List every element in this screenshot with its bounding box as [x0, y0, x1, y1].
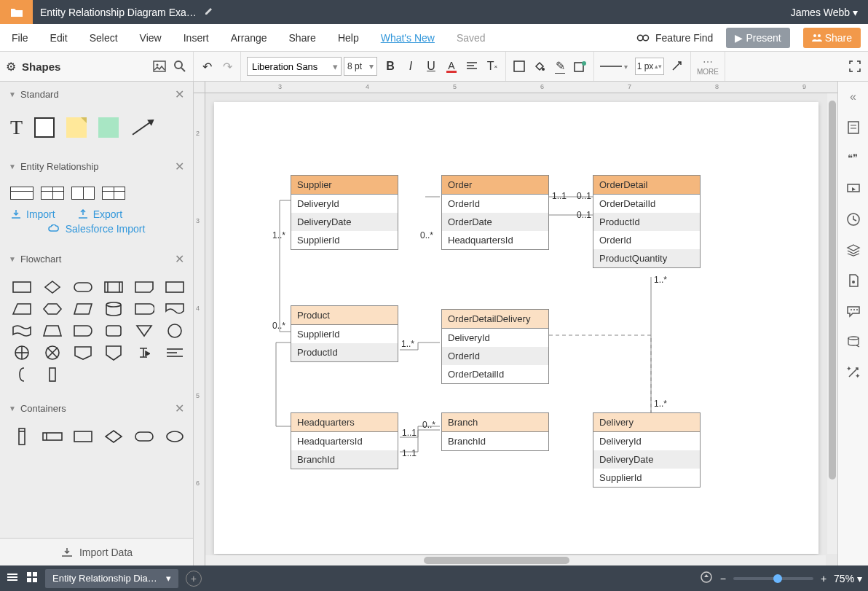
fc-shape[interactable]: [102, 323, 125, 339]
container-shape[interactable]: [102, 428, 125, 445]
text-shape[interactable]: T: [10, 116, 23, 139]
rename-icon[interactable]: [204, 6, 214, 18]
fill-icon[interactable]: [532, 59, 547, 74]
salesforce-import-link[interactable]: Salesforce Import: [48, 223, 146, 235]
user-menu[interactable]: James Webb ▾: [781, 7, 868, 18]
more-button[interactable]: ⋯MORE: [697, 57, 719, 76]
scrollbar-horizontal[interactable]: [205, 555, 826, 565]
entity-branch[interactable]: Branch BranchId: [441, 412, 549, 451]
bold-icon[interactable]: B: [383, 59, 398, 74]
history-icon[interactable]: [845, 211, 861, 227]
fill-shape[interactable]: [98, 117, 119, 138]
list-view-icon[interactable]: [6, 572, 19, 584]
share-button[interactable]: Share: [803, 28, 861, 48]
category-standard[interactable]: ▼Standard✕: [0, 82, 193, 107]
clear-format-icon[interactable]: T×: [485, 59, 500, 74]
notes-icon[interactable]: [845, 120, 861, 136]
menu-edit[interactable]: Edit: [46, 29, 72, 47]
line-style-icon[interactable]: ▾: [600, 59, 629, 74]
menu-help[interactable]: Help: [334, 29, 363, 47]
align-icon[interactable]: [465, 59, 479, 74]
container-shape[interactable]: [163, 428, 186, 445]
category-flowchart[interactable]: ▼Flowchart✕: [0, 246, 193, 272]
fc-shape[interactable]: [133, 301, 156, 317]
er-shape-4[interactable]: [102, 187, 125, 200]
folder-icon[interactable]: [0, 0, 33, 24]
menu-file[interactable]: File: [7, 29, 33, 47]
line-width[interactable]: 1 px▴▾: [635, 58, 664, 75]
menu-whatsnew[interactable]: What's New: [376, 29, 439, 47]
autosave-icon[interactable]: [700, 571, 713, 586]
export-link[interactable]: Export: [77, 208, 122, 220]
container-shape[interactable]: [71, 428, 95, 445]
scrollbar-vertical[interactable]: [827, 93, 837, 554]
fc-shape[interactable]: [71, 345, 95, 361]
category-containers[interactable]: ▼Containers✕: [0, 396, 193, 421]
undo-icon[interactable]: ↶: [200, 59, 214, 74]
fc-shape[interactable]: [133, 323, 156, 339]
fc-shape[interactable]: [102, 345, 125, 361]
document-title[interactable]: Entity Relationship Diagram Exa…: [33, 7, 204, 18]
menu-arrange[interactable]: Arrange: [226, 29, 272, 47]
fc-shape[interactable]: [10, 345, 33, 361]
underline-icon[interactable]: U: [424, 59, 438, 74]
container-shape[interactable]: [41, 428, 64, 445]
fc-shape[interactable]: ▸: [133, 345, 156, 361]
fc-shape[interactable]: [41, 367, 64, 383]
zoom-level[interactable]: 75% ▾: [834, 573, 862, 584]
layers-icon[interactable]: [845, 242, 861, 258]
grid-view-icon[interactable]: [26, 571, 38, 585]
fc-shape[interactable]: [10, 367, 33, 383]
border-color-icon[interactable]: ✎: [553, 59, 567, 74]
zoom-slider[interactable]: [733, 577, 813, 580]
redo-icon[interactable]: ↷: [220, 59, 234, 74]
menu-view[interactable]: View: [135, 29, 166, 47]
gear-icon[interactable]: ⚙: [6, 60, 16, 74]
entity-orderdetail[interactable]: OrderDetail OrderDetailId ProductId Orde…: [593, 175, 701, 268]
fc-shape[interactable]: [71, 323, 95, 339]
presentation-icon[interactable]: [845, 181, 861, 197]
fc-shape[interactable]: [163, 301, 186, 317]
fc-shape[interactable]: [163, 279, 186, 295]
italic-icon[interactable]: I: [403, 59, 418, 74]
fc-shape[interactable]: [163, 345, 186, 361]
close-icon[interactable]: ✕: [175, 252, 184, 266]
fc-shape[interactable]: [10, 279, 33, 295]
fc-shape[interactable]: [102, 279, 125, 295]
fc-shape[interactable]: [41, 323, 64, 339]
page-icon[interactable]: [845, 273, 861, 289]
container-shape[interactable]: [133, 428, 156, 445]
entity-supplier[interactable]: Supplier DeliveryId DeliveryDate Supplie…: [291, 175, 398, 250]
er-shape-2[interactable]: [41, 187, 64, 200]
import-data-button[interactable]: Import Data: [0, 538, 193, 565]
fc-shape[interactable]: [41, 345, 64, 361]
canvas-area[interactable]: 3 4 5 6 7 8 9 2 3 4 5 6: [194, 82, 837, 565]
fc-shape[interactable]: [133, 279, 156, 295]
entity-orderdetaildelivery[interactable]: OrderDetailDelivery DeliveryId OrderId O…: [441, 309, 549, 384]
add-page-button[interactable]: +: [186, 571, 202, 587]
entity-order[interactable]: Order OrderId OrderDate HeadquartersId: [441, 175, 549, 250]
zoom-in-button[interactable]: +: [821, 573, 826, 584]
close-icon[interactable]: ✕: [175, 402, 184, 415]
note-shape[interactable]: [66, 117, 87, 138]
menu-insert[interactable]: Insert: [179, 29, 213, 47]
fc-shape[interactable]: [163, 323, 186, 339]
fc-shape[interactable]: [41, 279, 64, 295]
feature-find[interactable]: Feature Find: [636, 32, 713, 44]
comment-icon[interactable]: ❝❞: [845, 150, 861, 166]
menu-share[interactable]: Share: [285, 29, 320, 47]
present-button[interactable]: ▶ Present: [726, 28, 789, 48]
rectangle-shape[interactable]: [34, 117, 55, 138]
text-color-icon[interactable]: A: [444, 59, 459, 74]
entity-delivery[interactable]: Delivery DeliveryId DeliveryDate Supplie…: [593, 412, 701, 488]
chat-icon[interactable]: [845, 303, 861, 319]
font-size[interactable]: 8 pt▾: [344, 57, 377, 76]
menu-select[interactable]: Select: [85, 29, 122, 47]
import-link[interactable]: Import: [10, 208, 55, 220]
fc-shape[interactable]: [10, 301, 33, 317]
zoom-out-button[interactable]: −: [720, 573, 726, 584]
search-icon[interactable]: [173, 59, 187, 74]
entity-product[interactable]: Product SupplierId ProductId: [291, 305, 398, 362]
fc-shape[interactable]: [71, 279, 95, 295]
entity-headquarters[interactable]: Headquarters HeadquartersId BranchId: [291, 412, 398, 469]
